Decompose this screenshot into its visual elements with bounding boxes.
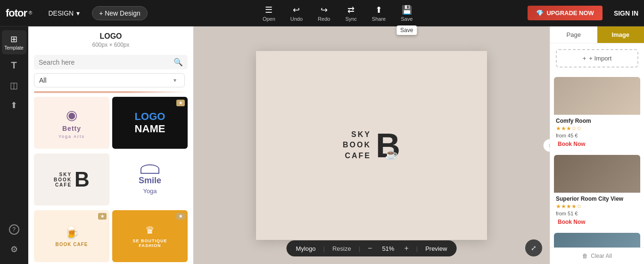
help-icon: ? bbox=[9, 224, 19, 235]
template-card-seboutique[interactable]: ♛ SE BOUTIQUEFASHION ★ bbox=[112, 210, 188, 262]
betty-name: Betty bbox=[62, 125, 81, 132]
logo-text: fotor bbox=[6, 7, 27, 19]
room-name-superior: Superior Room City View bbox=[556, 196, 638, 202]
premium-badge: ★ bbox=[176, 100, 185, 106]
app-logo: fotor® bbox=[6, 7, 32, 19]
skybookcafe-b-wrapper: B bbox=[74, 169, 90, 190]
book-now-superior[interactable]: Book Now bbox=[556, 218, 587, 228]
logo-sup: ® bbox=[29, 10, 32, 16]
right-images: Comfy Room ★★★☆☆ from 45 € Book Now Supe… bbox=[550, 73, 644, 247]
sync-icon: ⇄ bbox=[347, 5, 355, 15]
reset-view-button[interactable]: ⤢ bbox=[525, 239, 542, 256]
betty-sub: Yoga Arts bbox=[58, 134, 85, 139]
sidebar-item-help[interactable]: ? bbox=[2, 221, 26, 238]
sync-tool[interactable]: ⇄ Sync bbox=[345, 5, 356, 22]
room-price-superior: from 51 € bbox=[556, 211, 638, 216]
open-tool[interactable]: ☰ Open bbox=[263, 5, 275, 22]
upgrade-button[interactable]: 💎 UPGRADE NOW bbox=[528, 6, 602, 20]
diamond-icon: 💎 bbox=[536, 9, 544, 17]
logoname-text: LOGONAME bbox=[135, 111, 165, 135]
save-tool[interactable]: 💾 Save Save bbox=[401, 5, 413, 22]
search-input[interactable] bbox=[39, 59, 170, 66]
undo-tool[interactable]: ↩ Undo bbox=[290, 5, 303, 22]
undo-icon: ↩ bbox=[293, 5, 300, 15]
search-bar: 🔍 bbox=[34, 55, 188, 69]
search-icon: 🔍 bbox=[173, 58, 183, 66]
share-icon: ⬆ bbox=[375, 5, 382, 15]
trash-icon: 🗑 bbox=[582, 253, 588, 259]
template-card-betty[interactable]: ◉ Betty Yoga Arts bbox=[34, 97, 109, 149]
open-icon: ☰ bbox=[265, 5, 272, 15]
settings-icon: ⚙ bbox=[10, 244, 18, 255]
seboutique-crown: ♛ bbox=[145, 224, 155, 237]
room-info-comfy: Comfy Room ★★★☆☆ from 45 € Book Now bbox=[554, 115, 640, 151]
room-name-comfy: Comfy Room bbox=[556, 118, 638, 124]
template-card-skybookcafe[interactable]: SKY BOOK CAFE B bbox=[34, 153, 109, 205]
sidebar-item-template[interactable]: ⊞ Template bbox=[2, 30, 26, 54]
room-price-comfy: from 45 € bbox=[556, 133, 638, 138]
save-icon: 💾 bbox=[402, 5, 412, 15]
new-design-button[interactable]: + New Design bbox=[92, 6, 148, 20]
zoom-in-button[interactable]: + bbox=[404, 244, 408, 253]
divider-2: | bbox=[359, 245, 360, 252]
book-now-comfy[interactable]: Book Now bbox=[556, 140, 587, 150]
clear-all-button[interactable]: 🗑 Clear All bbox=[550, 247, 644, 264]
resize-button[interactable]: Resize bbox=[332, 245, 351, 252]
share-tool[interactable]: ⬆ Share bbox=[372, 5, 386, 22]
template-card-bookcafe[interactable]: 🍺 BOOK CAFE ★ bbox=[34, 210, 109, 262]
room-image-superior bbox=[554, 155, 640, 193]
filter-row: All ▾ bbox=[34, 73, 188, 87]
search-button[interactable]: 🔍 bbox=[173, 58, 183, 67]
canvas-text-part: SKY BOOK CAFE bbox=[343, 129, 371, 161]
text-icon: T bbox=[11, 60, 17, 71]
canvas-name-label: Mylogo bbox=[296, 245, 316, 252]
chevron-down-icon: ▾ bbox=[76, 9, 80, 17]
collapse-panel-button[interactable]: › bbox=[543, 139, 550, 152]
bookcafe-icon: 🍺 bbox=[64, 225, 79, 240]
room-card-comfy[interactable]: Comfy Room ★★★☆☆ from 45 € Book Now bbox=[554, 77, 640, 151]
room-info-superior: Superior Room City View ★★★★☆ from 51 € … bbox=[554, 193, 640, 229]
canvas-b-container: B ☕ bbox=[376, 128, 400, 162]
reset-icon: ⤢ bbox=[531, 244, 537, 252]
design-menu-button[interactable]: DESIGN ▾ bbox=[43, 7, 84, 20]
sidebar-item-element[interactable]: ◫ bbox=[2, 77, 26, 94]
canvas-wrapper[interactable]: SKY BOOK CAFE B ☕ bbox=[256, 51, 487, 240]
template-card-smile[interactable]: Smile Yoga bbox=[112, 153, 188, 205]
seboutique-text: SE BOUTIQUEFASHION bbox=[132, 238, 167, 248]
tab-page[interactable]: Page bbox=[550, 26, 597, 43]
sidebar-item-settings[interactable]: ⚙ bbox=[2, 240, 26, 258]
signin-button[interactable]: SIGN IN bbox=[614, 9, 638, 17]
canvas-line-2: BOOK bbox=[343, 140, 371, 150]
room-image-comfy bbox=[554, 77, 640, 115]
premium-badge-3: ★ bbox=[176, 213, 185, 220]
filter-select[interactable]: All bbox=[34, 73, 185, 87]
preview-button[interactable]: Preview bbox=[425, 245, 447, 252]
right-tabs: Page Image bbox=[550, 26, 644, 43]
room-stars-comfy: ★★★☆☆ bbox=[556, 125, 638, 132]
sidebar-item-upload[interactable]: ⬆ bbox=[2, 96, 26, 114]
betty-logo-icon: ◉ bbox=[66, 107, 77, 123]
divider-1: | bbox=[323, 245, 325, 252]
smile-text: Smile bbox=[139, 176, 161, 186]
skybookcafe-b-icon: B bbox=[74, 168, 90, 191]
import-button[interactable]: + + Import bbox=[556, 49, 638, 68]
room-card-junior[interactable]: Junior Suite Sea View ★★★☆☆ from 67 € Bo… bbox=[554, 233, 640, 247]
upload-icon: ⬆ bbox=[10, 100, 17, 111]
save-tooltip: Save bbox=[396, 26, 417, 35]
template-grid: ◉ Betty Yoga Arts LOGONAME ★ SKY BOOK CA… bbox=[28, 97, 193, 264]
zoom-out-button[interactable]: − bbox=[368, 244, 372, 253]
panel-title: LOGO bbox=[28, 32, 193, 41]
bookcafe-text: BOOK CAFE bbox=[56, 242, 88, 247]
template-card-logoname[interactable]: LOGONAME ★ bbox=[112, 97, 188, 149]
room-card-superior[interactable]: Superior Room City View ★★★★☆ from 51 € … bbox=[554, 155, 640, 229]
template-panel: LOGO 600px × 600px 🔍 All ▾ ◉ Betty Yoga … bbox=[28, 26, 193, 264]
sidebar-item-text[interactable]: T bbox=[2, 56, 26, 75]
top-nav: fotor® DESIGN ▾ + New Design ☰ Open ↩ Un… bbox=[0, 0, 644, 26]
canvas-line-1: SKY bbox=[351, 129, 371, 140]
element-icon: ◫ bbox=[10, 80, 18, 91]
premium-badge-2: ★ bbox=[98, 213, 107, 220]
nav-tools: ☰ Open ↩ Undo ↪ Redo ⇄ Sync ⬆ Share 💾 Sa… bbox=[155, 5, 520, 22]
tab-image[interactable]: Image bbox=[597, 26, 644, 43]
icon-sidebar: ⊞ Template T ◫ ⬆ ? ⚙ bbox=[0, 26, 28, 264]
redo-tool[interactable]: ↪ Redo bbox=[318, 5, 330, 22]
